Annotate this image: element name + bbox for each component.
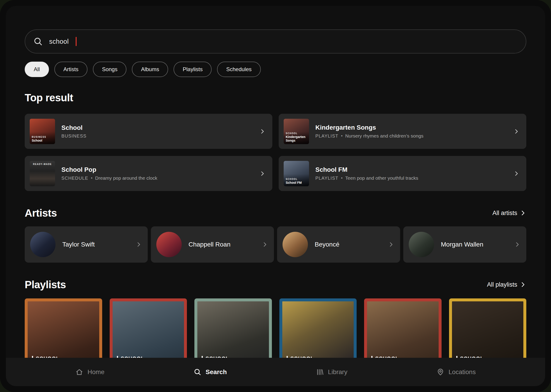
chevron-right-icon [513,170,520,177]
search-page: school All Artists Songs Albums Playlist… [6,6,545,386]
top-result-heading: Top result [25,91,526,104]
all-playlists-link[interactable]: All playlists [487,281,526,288]
result-thumbnail: BUSINESS School [30,119,55,144]
artist-name: Chappell Roan [188,241,230,248]
chevron-right-icon [514,241,520,248]
filter-chip-songs[interactable]: Songs [93,62,126,77]
thumbnail-tag: READY-MADE [33,163,52,165]
thumbnail-title: School FM [286,181,302,184]
home-icon [75,368,83,376]
chevron-right-icon [388,241,394,248]
result-card-kindergarten-songs[interactable]: SCHOOL Kindergarten Songs Kindergarten S… [279,114,526,149]
filter-chip-all[interactable]: All [25,62,49,77]
artist-card-morgan-wallen[interactable]: Morgan Wallen [403,226,526,263]
chevron-right-icon [259,170,265,177]
artist-avatar [30,232,56,257]
filter-chip-schedules[interactable]: Schedules [217,62,261,77]
artist-avatar [409,232,434,257]
result-card-school-pop[interactable]: READY-MADE School Pop SCHEDULE • Dreamy … [25,156,272,191]
search-bar[interactable]: school [25,29,526,54]
chevron-right-icon [520,210,526,216]
app-screen: school All Artists Songs Albums Playlist… [6,6,545,386]
artist-avatar [283,232,308,257]
result-thumbnail: SCHOOL School FM [284,161,309,186]
result-meta: SCHEDULE • Dreamy pop around the clock [61,175,157,181]
playlists-section-head: Playlists All playlists [25,279,526,291]
thumbnail-title: School [32,139,46,142]
filter-chips: All Artists Songs Albums Playlists Sched… [25,62,526,77]
search-icon [194,368,202,376]
library-icon [316,368,324,376]
filter-chip-playlists[interactable]: Playlists [174,62,212,77]
bottom-nav: Home Search Library Locations [6,358,545,386]
result-meta: PLAYLIST • Teen pop and other youthful t… [315,175,418,181]
result-title: School Pop [61,166,157,173]
nav-item-search[interactable]: Search [194,368,227,376]
artist-card-chappell-roan[interactable]: Chappell Roan [151,226,274,263]
all-artists-link[interactable]: All artists [492,210,526,217]
artists-grid: Taylor Swift Chappell Roan Beyoncé Morga… [25,226,526,263]
nav-item-library[interactable]: Library [316,368,348,376]
search-input[interactable]: school [49,38,69,45]
nav-item-locations[interactable]: Locations [436,368,476,376]
artist-name: Taylor Swift [62,241,95,248]
result-meta: PLAYLIST • Nursery rhymes and children’s… [315,133,423,139]
filter-chip-albums[interactable]: Albums [132,62,168,77]
playlists-heading: Playlists [25,279,66,291]
device-frame: school All Artists Songs Albums Playlist… [0,0,551,392]
thumbnail-title: Kindergarten Songs [286,135,309,142]
artist-name: Morgan Wallen [441,241,483,248]
top-result-grid: BUSINESS School School BUSINESS [25,114,526,191]
artist-name: Beyoncé [315,241,339,248]
artist-avatar [156,232,182,257]
thumbnail-tag: BUSINESS [32,136,46,138]
artists-heading: Artists [25,207,57,219]
artist-card-beyonce[interactable]: Beyoncé [277,226,400,263]
chevron-right-icon [262,241,268,248]
result-card-school[interactable]: BUSINESS School School BUSINESS [25,114,272,149]
chevron-right-icon [259,128,265,135]
artist-card-taylor-swift[interactable]: Taylor Swift [25,226,148,263]
thumbnail-tag: SCHOOL [286,132,309,135]
result-title: School [61,124,87,131]
text-caret [76,37,77,46]
search-icon [33,37,43,46]
location-icon [436,368,445,376]
nav-item-home[interactable]: Home [75,368,105,376]
chevron-right-icon [135,241,142,248]
result-meta: BUSINESS [61,133,87,139]
chevron-right-icon [513,128,520,135]
thumbnail-tag: SCHOOL [286,178,302,180]
filter-chip-artists[interactable]: Artists [54,62,88,77]
chevron-right-icon [520,281,526,288]
artists-section-head: Artists All artists [25,207,526,219]
result-title: School FM [315,166,418,173]
result-title: Kindergarten Songs [315,124,423,131]
result-thumbnail: READY-MADE [30,161,55,186]
result-card-school-fm[interactable]: SCHOOL School FM School FM PLAYLIST • Te… [279,156,526,191]
result-thumbnail: SCHOOL Kindergarten Songs [284,119,309,144]
